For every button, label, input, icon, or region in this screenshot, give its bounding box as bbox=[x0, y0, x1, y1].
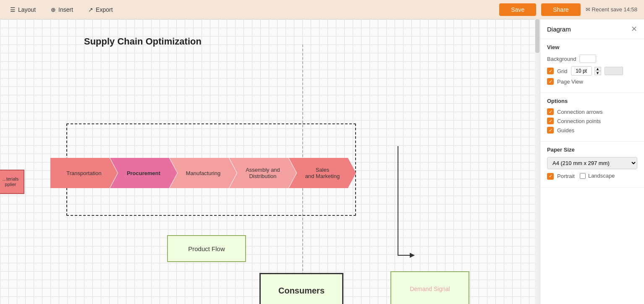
panel-header: Diagram ✕ bbox=[540, 19, 644, 39]
panel-close-button[interactable]: ✕ bbox=[631, 24, 637, 34]
toolbar-right: Save Share ✉ Recent save 14:58 bbox=[499, 3, 637, 16]
guides-row: Guides bbox=[547, 127, 637, 134]
scrollbar-thumb[interactable] bbox=[535, 19, 539, 53]
left-box-materials-supplier[interactable]: ...terials pplier bbox=[0, 170, 24, 194]
grid-checkbox[interactable] bbox=[547, 68, 554, 74]
view-section-title: View bbox=[547, 44, 637, 50]
connection-arrows-checkbox[interactable] bbox=[547, 108, 554, 115]
chevron-sales-marketing[interactable]: Salesand Marketing bbox=[289, 158, 356, 188]
grid-label: Grid bbox=[557, 68, 568, 74]
panel-title: Diagram bbox=[547, 26, 571, 33]
save-button[interactable]: Save bbox=[499, 3, 536, 16]
consumers-box[interactable]: Consumers bbox=[259, 273, 343, 304]
chevron-sales-label: Salesand Marketing bbox=[305, 167, 340, 179]
chevron-procurement-label: Procurement bbox=[127, 170, 160, 176]
panel-view-section: View Background Grid ▲ ▼ Pa bbox=[540, 39, 644, 93]
toolbar: ☰ Layout ⊕ Insert ↗ Export Save Share ✉ … bbox=[0, 0, 644, 19]
panel-options-section: Options Connection arrows Connection poi… bbox=[540, 93, 644, 142]
export-icon: ↗ bbox=[88, 6, 93, 13]
chevron-manufacturing-label: Manufacturing bbox=[186, 170, 220, 176]
connection-points-label: Connection points bbox=[557, 118, 601, 124]
guides-label: Guides bbox=[557, 127, 574, 134]
export-label: Export bbox=[96, 6, 113, 13]
recent-save-text: Recent save 14:58 bbox=[592, 6, 637, 13]
connection-points-row: Connection points bbox=[547, 118, 637, 124]
diagram-title: Supply Chain Optimization bbox=[84, 36, 202, 47]
layout-icon: ☰ bbox=[10, 6, 16, 13]
product-flow-box[interactable]: Product Flow bbox=[167, 235, 246, 262]
portrait-row: Portrait bbox=[547, 173, 575, 180]
recent-save: ✉ Recent save 14:58 bbox=[586, 6, 637, 13]
demand-signal-label: Demand Signal bbox=[410, 286, 450, 292]
chevron-assembly-distribution[interactable]: Assembly andDistribution bbox=[229, 158, 296, 188]
grid-decrement-button[interactable]: ▼ bbox=[594, 71, 601, 75]
page-view-label: Page View bbox=[557, 79, 583, 85]
chevron-assembly-label: Assembly andDistribution bbox=[246, 167, 280, 179]
paper-size-section-title: Paper Size bbox=[547, 147, 637, 153]
layout-button[interactable]: ☰ Layout bbox=[7, 5, 39, 15]
grid-style-swatch[interactable] bbox=[605, 67, 623, 75]
background-row: Background bbox=[547, 55, 637, 63]
svg-marker-0 bbox=[410, 253, 415, 258]
export-button[interactable]: ↗ Export bbox=[85, 5, 116, 15]
grid-value-input[interactable] bbox=[571, 66, 592, 76]
insert-label: Insert bbox=[58, 6, 73, 13]
grid-spinner: ▲ ▼ bbox=[594, 67, 601, 75]
background-label: Background bbox=[547, 56, 576, 62]
clock-icon: ✉ bbox=[586, 6, 590, 13]
product-flow-label: Product Flow bbox=[188, 245, 225, 252]
chevron-manufacturing[interactable]: Manufacturing bbox=[170, 158, 237, 188]
options-section-title: Options bbox=[547, 98, 637, 104]
grid-input-row: ▲ ▼ bbox=[571, 66, 601, 76]
chevron-transportation-label: Transportation bbox=[66, 170, 101, 176]
guides-checkbox[interactable] bbox=[547, 127, 554, 134]
connection-arrows-label: Connection arrows bbox=[557, 109, 602, 115]
chevron-procurement[interactable]: Procurement bbox=[110, 158, 177, 188]
portrait-label: Portrait bbox=[557, 173, 575, 179]
paper-size-select[interactable]: A4 (210 mm x 297 mm) Letter A3 (297 mm x… bbox=[547, 157, 637, 169]
landscape-label: Landscape bbox=[588, 173, 615, 179]
consumers-label: Consumers bbox=[278, 286, 325, 296]
scrollbar[interactable] bbox=[535, 19, 540, 304]
orientation-row: Portrait Landscape bbox=[547, 173, 637, 182]
grid-checkbox-row: Grid ▲ ▼ bbox=[547, 66, 637, 76]
background-color-swatch[interactable] bbox=[579, 55, 596, 63]
panel-paper-size-section: Paper Size A4 (210 mm x 297 mm) Letter A… bbox=[540, 142, 644, 188]
page-view-checkbox[interactable] bbox=[547, 78, 554, 85]
left-box-label: ...terials pplier bbox=[3, 176, 19, 187]
share-button[interactable]: Share bbox=[541, 3, 580, 16]
canvas-area[interactable]: Supply Chain Optimization ...terials ppl… bbox=[0, 19, 540, 304]
landscape-row: Landscape bbox=[580, 173, 615, 179]
connection-arrows-row: Connection arrows bbox=[547, 108, 637, 115]
landscape-checkbox[interactable] bbox=[580, 173, 586, 179]
insert-button[interactable]: ⊕ Insert bbox=[47, 5, 76, 15]
chevron-flow-row: Transportation Procurement Manufacturing… bbox=[25, 158, 356, 188]
connection-points-checkbox[interactable] bbox=[547, 118, 554, 124]
chevron-transportation[interactable]: Transportation bbox=[50, 158, 118, 188]
main-area: Supply Chain Optimization ...terials ppl… bbox=[0, 19, 644, 304]
toolbar-left: ☰ Layout ⊕ Insert ↗ Export bbox=[7, 5, 492, 15]
portrait-radio[interactable] bbox=[547, 173, 554, 180]
demand-signal-box[interactable]: Demand Signal bbox=[390, 271, 469, 304]
layout-label: Layout bbox=[18, 6, 36, 13]
insert-icon: ⊕ bbox=[51, 6, 56, 13]
sales-to-demand-arrow bbox=[369, 146, 432, 272]
page-view-checkbox-row: Page View bbox=[547, 78, 637, 85]
grid-increment-button[interactable]: ▲ bbox=[594, 67, 601, 71]
right-panel: Diagram ✕ View Background Grid ▲ ▼ bbox=[540, 19, 644, 304]
